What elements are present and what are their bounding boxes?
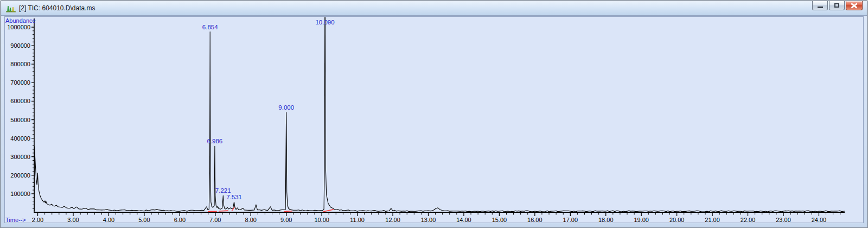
y-tick-label: 700000 xyxy=(10,79,30,86)
integration-baseline xyxy=(219,211,228,211)
peak-label: 10.090 xyxy=(315,19,334,26)
x-tick-label: 11.00 xyxy=(350,217,365,223)
close-icon xyxy=(851,3,857,8)
tic-trace xyxy=(34,17,845,212)
peak-label: 6.986 xyxy=(207,138,222,144)
chromatogram-icon xyxy=(6,4,16,12)
close-button[interactable] xyxy=(846,1,863,10)
app-window: [2] TIC: 604010.D\data.ms 2.003.004.005.… xyxy=(0,0,868,228)
x-tick-label: 24.00 xyxy=(812,217,827,223)
title-bar[interactable]: [2] TIC: 604010.D\data.ms xyxy=(1,1,867,16)
x-tick-label: 16.00 xyxy=(527,217,542,223)
x-tick-label: 7.00 xyxy=(209,217,221,223)
y-tick-label: 900000 xyxy=(10,42,30,49)
y-axis-title: Abundance xyxy=(5,17,36,24)
peak-label: 7.531 xyxy=(226,194,242,200)
x-tick-label: 14.00 xyxy=(456,217,471,223)
x-tick-label: 8.00 xyxy=(245,217,257,223)
tic-plot[interactable]: 2.003.004.005.006.007.008.009.0010.0011.… xyxy=(1,1,868,228)
x-tick-label: 15.00 xyxy=(492,217,507,223)
y-tick-label: 200000 xyxy=(10,172,30,179)
integration-baseline xyxy=(323,210,334,212)
minimize-button[interactable] xyxy=(812,1,828,10)
x-tick-label: 22.00 xyxy=(741,217,756,223)
integration-baseline xyxy=(284,211,292,212)
maximize-icon xyxy=(834,3,839,8)
y-tick-label: 400000 xyxy=(10,135,30,142)
peak-label: 9.000 xyxy=(278,104,294,111)
peak-label: 7.221 xyxy=(215,187,231,194)
x-tick-label: 9.00 xyxy=(280,217,292,223)
x-tick-label: 21.00 xyxy=(705,217,720,223)
y-tick-label: 800000 xyxy=(10,61,30,67)
x-tick-label: 13.00 xyxy=(421,217,436,223)
maximize-button[interactable] xyxy=(829,1,845,10)
window-controls xyxy=(812,1,863,10)
x-tick-label: 12.00 xyxy=(385,217,400,223)
window-title: [2] TIC: 604010.D\data.ms xyxy=(19,4,95,12)
x-axis-title: Time--> xyxy=(5,217,26,223)
y-tick-label: 1000000 xyxy=(7,24,30,30)
y-tick-label: 500000 xyxy=(10,117,30,123)
minimize-icon xyxy=(818,7,823,8)
x-tick-label: 20.00 xyxy=(669,217,685,223)
x-tick-label: 23.00 xyxy=(776,217,791,223)
y-tick-label: 600000 xyxy=(10,98,30,104)
x-tick-label: 17.00 xyxy=(563,217,578,223)
x-tick-label: 18.00 xyxy=(598,217,614,223)
x-tick-label: 10.00 xyxy=(314,217,329,223)
x-tick-label: 6.00 xyxy=(174,217,186,223)
peak-label: 6.854 xyxy=(202,24,218,30)
x-tick-label: 4.00 xyxy=(103,217,114,223)
x-tick-label: 3.00 xyxy=(67,217,79,223)
y-tick-label: 100000 xyxy=(10,191,30,197)
y-tick-label: 300000 xyxy=(10,154,30,160)
x-tick-label: 5.00 xyxy=(138,217,150,223)
x-tick-label: 19.00 xyxy=(634,217,649,223)
x-tick-label: 2.00 xyxy=(32,217,43,223)
